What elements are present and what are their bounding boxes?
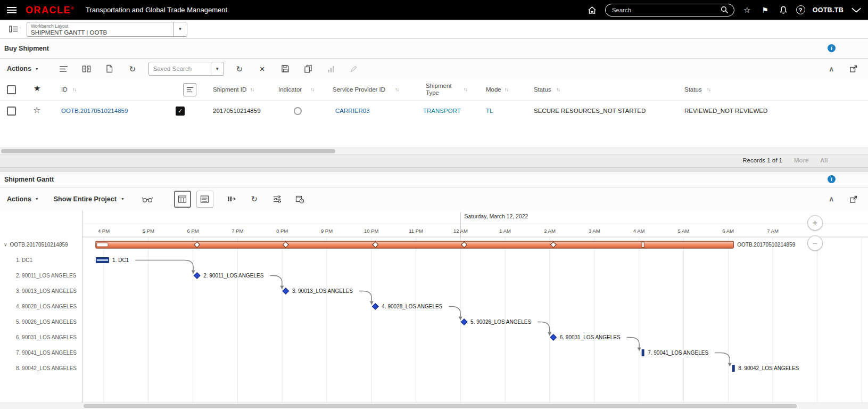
- cell-shipment-id: 20170510214859: [213, 108, 261, 114]
- table-layout-button[interactable]: [57, 62, 71, 76]
- collapse-row-chevron-icon[interactable]: ∨: [4, 237, 7, 252]
- sort-mode-button[interactable]: ↑↓: [505, 87, 508, 92]
- gantt-milestone-icon[interactable]: [461, 319, 467, 325]
- sort-status2-button[interactable]: ↑↓: [707, 87, 710, 92]
- gantt-small-task-bar[interactable]: [642, 349, 644, 356]
- favorites-star-icon[interactable]: ☆: [742, 5, 753, 15]
- buy-shipment-info-icon[interactable]: i: [828, 44, 836, 52]
- collapse-icon: ∧: [829, 195, 834, 203]
- time-scale-button[interactable]: [293, 192, 307, 206]
- flag-icon[interactable]: ⚑: [760, 5, 771, 15]
- table-scrollbar-thumb[interactable]: [1, 149, 335, 153]
- caret-down-icon: ▼: [121, 197, 125, 201]
- zoom-out-button[interactable]: −: [807, 235, 823, 251]
- copy-icon: [304, 64, 312, 73]
- topbar-right: ☆ ⚑ ? OOTB.TB: [587, 0, 862, 20]
- gantt-task-row[interactable]: 1. DC1: [0, 252, 82, 268]
- refresh-icon: ↻: [129, 65, 136, 73]
- table-horizontal-scrollbar[interactable]: [0, 148, 868, 154]
- refresh-icon: ↻: [236, 65, 243, 73]
- shipment-gantt-info-icon[interactable]: i: [828, 175, 836, 183]
- collapse-section-button[interactable]: ∧: [829, 66, 834, 72]
- export-document-button[interactable]: [103, 62, 117, 76]
- gantt-list-view-button[interactable]: [196, 191, 213, 208]
- show-entire-project-dropdown[interactable]: Show Entire Project ▼: [54, 195, 125, 203]
- gantt-summary-row[interactable]: ∨OOTB.20170510214859: [0, 237, 82, 252]
- gantt-row-label: 8. 90042_LOS ANGELES: [16, 365, 77, 371]
- chart-button[interactable]: [324, 62, 338, 76]
- gantt-task-row[interactable]: 5. 90026_LOS ANGELES: [0, 314, 82, 330]
- sort-shipment-type-button[interactable]: ↑↓: [464, 87, 467, 92]
- service-provider-link[interactable]: CARRIER03: [335, 108, 370, 114]
- row-flag-checkbox-checked[interactable]: ✓: [176, 107, 185, 116]
- gantt-task-row[interactable]: 7. 90041_LOS ANGELES: [0, 345, 82, 361]
- gantt-scrollbar-thumb[interactable]: [84, 404, 797, 408]
- sort-id-button[interactable]: ↑↓: [72, 87, 76, 92]
- swap-columns-button[interactable]: [80, 62, 94, 76]
- actions-button[interactable]: Actions ▼: [7, 65, 39, 72]
- gantt-hour-label: 12 AM: [453, 228, 468, 234]
- row-details-view-button[interactable]: [183, 83, 196, 96]
- gantt-collapse-section-button[interactable]: ∧: [829, 195, 834, 202]
- preview-button[interactable]: [140, 192, 154, 206]
- gantt-milestone-icon[interactable]: [283, 288, 289, 295]
- gantt-horizontal-scrollbar[interactable]: [0, 403, 868, 409]
- gantt-maximize-section-button[interactable]: [847, 192, 861, 206]
- row-checkbox[interactable]: [7, 107, 16, 116]
- gantt-task-row[interactable]: 8. 90042_LOS ANGELES: [0, 361, 82, 376]
- edit-button[interactable]: [347, 62, 361, 76]
- zoom-in-button[interactable]: +: [807, 215, 823, 231]
- all-button[interactable]: All: [820, 157, 828, 163]
- sort-status1-button[interactable]: ↑↓: [556, 87, 560, 92]
- gantt-milestone-icon[interactable]: [194, 273, 200, 279]
- select-all-checkbox[interactable]: [7, 85, 16, 94]
- save-search-button[interactable]: [278, 62, 292, 76]
- gantt-sheet-view-button-selected[interactable]: [174, 191, 191, 208]
- clear-search-button[interactable]: ×: [255, 62, 269, 76]
- maximize-icon: [849, 195, 858, 203]
- gantt-settings-button[interactable]: [270, 192, 284, 206]
- maximize-section-button[interactable]: [847, 62, 861, 76]
- shipment-id-link[interactable]: OOTB.20170510214859: [61, 108, 128, 114]
- user-menu-chevron-icon[interactable]: [851, 5, 862, 15]
- gantt-timeline-chart[interactable]: Saturday, March 12, 20224 PM5 PM6 PM7 PM…: [82, 210, 868, 403]
- gantt-task-row[interactable]: 6. 90031_LOS ANGELES: [0, 330, 82, 345]
- gantt-small-task-bar[interactable]: [732, 365, 735, 372]
- sort-service-provider-button[interactable]: ↑↓: [395, 87, 399, 92]
- gantt-milestone-icon[interactable]: [373, 304, 379, 310]
- gantt-hour-label: 6 AM: [722, 228, 734, 234]
- gantt-milestone-icon[interactable]: [550, 334, 557, 341]
- more-button[interactable]: More: [794, 157, 808, 163]
- rollup-button[interactable]: [225, 192, 238, 206]
- user-menu[interactable]: OOTB.TB: [813, 6, 844, 14]
- duplicate-button[interactable]: [301, 62, 315, 76]
- gantt-hour-label: 7 AM: [767, 228, 779, 234]
- workbench-layout-combobox[interactable]: Workbench Layout SHIPMENT GANTT | OOTB ▼: [27, 22, 187, 37]
- row-favorite-star-icon[interactable]: ☆: [33, 105, 40, 115]
- search-input[interactable]: [612, 7, 721, 13]
- saved-search-combobox[interactable]: Saved Search ▼: [148, 62, 224, 76]
- table-row[interactable]: ☆ OOTB.20170510214859 ✓ 20170510214859 C…: [0, 101, 868, 121]
- search-icon[interactable]: [721, 6, 729, 14]
- gantt-refresh-button[interactable]: ↻: [247, 192, 261, 206]
- sort-shipment-id-button[interactable]: ↑↓: [250, 87, 254, 92]
- gantt-hour-label: 5 AM: [678, 228, 690, 234]
- gantt-task-row[interactable]: 2. 90011_LOS ANGELES: [0, 268, 82, 283]
- collapse-icon: ∧: [829, 65, 834, 73]
- home-button[interactable]: [587, 5, 598, 15]
- gantt-task-row[interactable]: 4. 90028_LOS ANGELES: [0, 299, 82, 314]
- workbench-layout-dropdown-button[interactable]: ▼: [173, 22, 187, 36]
- hamburger-menu-icon[interactable]: [6, 5, 17, 15]
- workbench-menu-button[interactable]: [6, 22, 20, 36]
- sort-indicator-button[interactable]: ↑↓: [310, 87, 314, 92]
- help-icon[interactable]: ?: [796, 5, 805, 14]
- notifications-bell-icon[interactable]: [778, 5, 789, 15]
- saved-search-dropdown-button[interactable]: ▼: [211, 62, 224, 75]
- reload-button[interactable]: ↻: [126, 62, 139, 76]
- column-header-id: ID: [61, 86, 68, 93]
- refresh-search-button[interactable]: ↻: [233, 62, 246, 76]
- saved-search-value: Saved Search: [149, 66, 211, 72]
- gantt-summary-bar[interactable]: [96, 241, 733, 248]
- gantt-actions-button[interactable]: Actions ▼: [7, 195, 39, 203]
- gantt-task-row[interactable]: 3. 90013_LOS ANGELES: [0, 283, 82, 299]
